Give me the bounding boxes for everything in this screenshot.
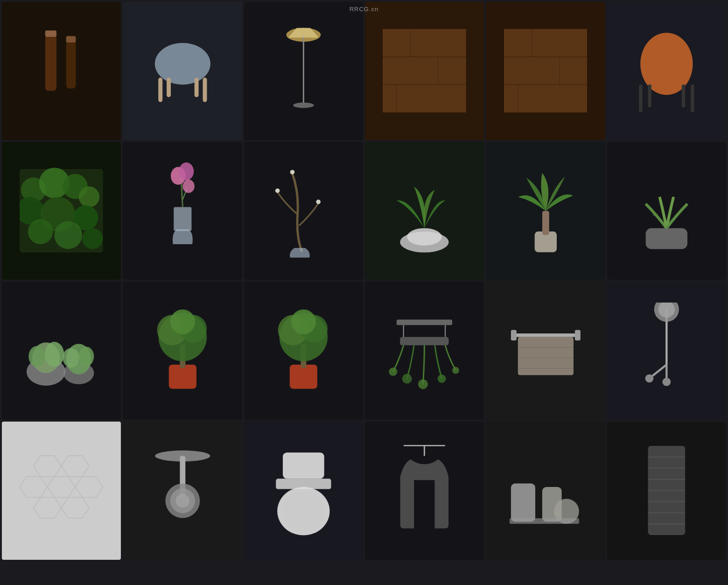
grid-item-potted-small-tree-02[interactable]: INDOOR FLOOR Potted Small Tree 02: [123, 282, 242, 420]
card-image-potted-tillandsia: [607, 142, 726, 280]
grid-item-wood-floor5[interactable]: WOOD FLOORS Wood Floor5: [486, 2, 605, 140]
card-image-floor-lamp: [244, 2, 363, 140]
card-image-hanging-ivy: [365, 282, 484, 420]
svg-rect-87: [518, 337, 573, 375]
grid-item-succulent[interactable]: INDOOR TABLE Succulent Plants 01: [2, 282, 121, 420]
grid-item-floor-lamp[interactable]: FLOOR LAMPS Modern Floor Lamp 01: [244, 2, 363, 140]
grid-item-flowers-vase[interactable]: INDOOR TABLE Flowers in Vase 01: [123, 142, 242, 280]
card-image-potted-small-tree-02: [123, 282, 242, 420]
svg-rect-117: [511, 484, 535, 522]
grid-item-towels-rail[interactable]: DETAILS Towels Rail 04: [486, 282, 605, 420]
svg-rect-51: [407, 228, 441, 246]
card-image-potted-leaf: [365, 142, 484, 280]
card-image-radiator: [607, 422, 726, 560]
svg-point-40: [82, 228, 103, 249]
card-image-orange-chair: [607, 2, 726, 140]
svg-rect-7: [167, 78, 171, 98]
svg-rect-111: [283, 452, 324, 479]
svg-point-74: [291, 309, 316, 334]
svg-point-59: [45, 342, 64, 367]
grid-item-herringbone[interactable]: TILES Herringbone tiles: [2, 422, 121, 560]
svg-rect-29: [682, 85, 685, 107]
grid-item-salt-pepper[interactable]: ACCESSORIES Salt and Pepper 04: [2, 2, 121, 140]
grid-item-toilet[interactable]: TOILETS Traditional Toilet 01: [244, 422, 363, 560]
card-image-wood-floor8: [365, 2, 484, 140]
svg-rect-2: [66, 40, 76, 88]
svg-point-81: [418, 379, 428, 389]
grid-item-plant-wall[interactable]: INDOOR HANGING Large Plant Wall 01: [2, 142, 121, 280]
card-image-toilet: [244, 422, 363, 560]
svg-point-58: [29, 346, 46, 367]
card-image-towels-rail: [486, 282, 605, 420]
svg-marker-11: [288, 28, 319, 38]
card-image-flowers-vase: [123, 142, 242, 280]
svg-rect-86: [575, 330, 581, 340]
svg-point-4: [154, 43, 210, 85]
card-image-accessory-set: [486, 422, 605, 560]
grid-item-accessory-set[interactable]: DETAILS Accessory Set 08: [486, 422, 605, 560]
card-image-yukka-plant: [486, 142, 605, 280]
svg-point-114: [283, 492, 324, 531]
svg-point-79: [389, 367, 398, 376]
svg-rect-13: [383, 29, 466, 113]
grid-item-potted-leaf[interactable]: INDOOR FLOOR Potted Leaf Floor Plant 01: [365, 142, 484, 280]
card-image-wood-floor5: [486, 2, 605, 140]
grid-item-wood-floor8[interactable]: WOOD FLOORS Wood Floor8: [365, 2, 484, 140]
grid-item-ceiling-shower[interactable]: SHOWERS Ceiling Mounted Shower Head 01: [123, 422, 242, 560]
grid-item-branch-plant[interactable]: INDOOR TABLE Branch Plant 01: [244, 142, 363, 280]
svg-point-62: [79, 346, 94, 366]
svg-rect-98: [20, 449, 103, 532]
svg-rect-63: [168, 365, 196, 389]
grid-item-hanging-ivy[interactable]: INDOOR HANGING Hanging Potted Ivy Plant …: [365, 282, 484, 420]
card-image-salt-pepper: [2, 2, 121, 140]
svg-point-82: [438, 374, 446, 383]
svg-point-38: [28, 219, 53, 244]
card-image-wall-shower: [607, 282, 726, 420]
svg-point-61: [63, 348, 80, 367]
grid-item-wall-shower[interactable]: SHOWERS Wall Mounted Shower 01: [607, 282, 726, 420]
svg-rect-54: [646, 228, 687, 249]
grid-item-potted-small-tree-01[interactable]: INDOOR FLOOR Potted Small Tree 01: [244, 282, 363, 420]
card-image-branch-plant: [244, 142, 363, 280]
grid-item-orange-chair[interactable]: CHAIRS Orange Metallic Fabric Chair 01: [607, 2, 726, 140]
svg-rect-1: [45, 31, 56, 37]
svg-point-39: [55, 221, 83, 249]
svg-rect-26: [639, 85, 642, 112]
svg-rect-78: [400, 337, 449, 345]
svg-rect-75: [397, 319, 452, 325]
card-image-plant-wall: [2, 142, 121, 280]
svg-rect-8: [194, 78, 198, 98]
svg-point-49: [290, 170, 295, 175]
svg-rect-84: [514, 333, 577, 337]
svg-rect-69: [290, 365, 317, 389]
svg-point-110: [175, 494, 189, 508]
card-image-ceiling-shower: [123, 422, 242, 560]
svg-rect-53: [542, 211, 549, 235]
grid-item-robes[interactable]: DETAILS Robes 01: [365, 422, 484, 560]
svg-rect-27: [691, 85, 694, 112]
card-image-potted-small-tree-01: [244, 282, 363, 420]
svg-point-95: [645, 374, 653, 382]
svg-rect-41: [174, 207, 191, 231]
svg-rect-120: [510, 518, 579, 524]
asset-grid: ACCESSORIES Salt and Pepper 04 CHAIRS Di…: [0, 0, 728, 562]
card-image-robes: [365, 422, 484, 560]
svg-point-97: [662, 378, 671, 386]
grid-item-diamond-chair[interactable]: CHAIRS Diamond Back Chair 01: [123, 2, 242, 140]
grid-item-potted-tillandsia[interactable]: INDOOR TABLE Potted Tillandsia 01: [607, 142, 726, 280]
svg-point-68: [170, 309, 195, 334]
svg-rect-19: [504, 29, 588, 113]
card-image-herringbone: [2, 422, 121, 560]
svg-point-34: [79, 186, 100, 207]
svg-rect-85: [511, 330, 517, 340]
svg-rect-5: [158, 78, 162, 102]
svg-point-80: [402, 374, 412, 383]
grid-item-radiator[interactable]: RADIATORS Modern Bathroom Radiator 03: [607, 422, 726, 560]
grid-item-yukka-plant[interactable]: INDOOR FLOOR Yukka Floor Plant 01: [486, 142, 605, 280]
svg-point-48: [316, 200, 321, 204]
svg-point-47: [275, 189, 280, 193]
svg-point-12: [293, 103, 314, 108]
card-image-diamond-chair: [123, 2, 242, 140]
svg-rect-28: [648, 85, 651, 107]
svg-point-44: [179, 162, 194, 180]
